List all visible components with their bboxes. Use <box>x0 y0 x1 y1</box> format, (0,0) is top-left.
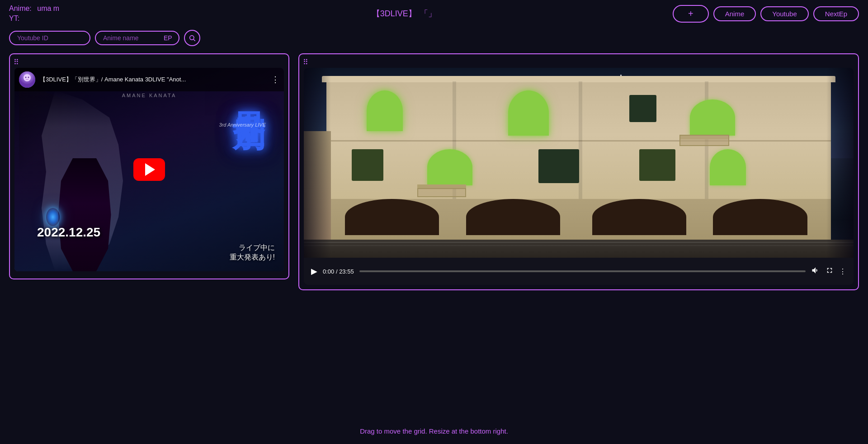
anime-value: uma m <box>37 5 59 12</box>
yt-play-button[interactable] <box>133 158 165 181</box>
cobble-line-2 <box>304 245 854 246</box>
more-options-button[interactable]: ⋮ <box>839 267 846 276</box>
arch-window-mid-2 <box>710 149 746 185</box>
anime-name-ep-wrapper: EP <box>95 31 179 45</box>
yt-content: 【3DLIVE】「別世界」/ Amane Kanata 3DLIVE "Anot… <box>14 68 284 271</box>
center-tag1: 【3DLIVE】 <box>372 8 416 19</box>
arch-window-balcony <box>690 99 735 136</box>
anime-button[interactable]: Anime <box>713 6 756 21</box>
mid-window-dark-2 <box>538 149 579 183</box>
fullscreen-button[interactable] <box>826 266 834 276</box>
youtube-id-input[interactable] <box>9 31 90 45</box>
mid-window-dark-3 <box>639 149 675 181</box>
rect-window-dark-1 <box>629 95 656 122</box>
svg-point-3 <box>24 74 31 81</box>
video-player[interactable]: ▶ 0:00 / 23:55 ⋮ <box>304 68 854 285</box>
header-info: Anime: uma m YT: <box>9 5 136 23</box>
search-icon <box>189 34 196 42</box>
svg-point-4 <box>25 77 27 78</box>
balcony-front <box>679 135 729 146</box>
nextep-button[interactable]: NextEp <box>813 6 859 21</box>
balcony-mid-top <box>417 184 466 188</box>
search-button[interactable] <box>184 30 200 46</box>
right-vignette <box>826 68 854 258</box>
announcement-text: ライブ中に重大発表あり! <box>230 243 275 262</box>
anime-label-row: Anime: uma m <box>9 5 136 13</box>
arch-window-top-2 <box>508 90 549 136</box>
anime-label: Anime: <box>9 5 32 12</box>
youtube-button[interactable]: Youtube <box>760 6 809 21</box>
left-panel-handle[interactable]: ⠿ <box>14 58 19 66</box>
bottom-hint: Drag to move the grid. Resize at the bot… <box>360 427 508 435</box>
right-panel-handle[interactable]: ⠿ <box>303 58 308 66</box>
yt-title-bar: 【3DLIVE】「別世界」/ Amane Kanata 3DLIVE "Anot… <box>14 68 284 91</box>
arch-3 <box>592 199 687 235</box>
arch-window-mid-1 <box>427 149 472 185</box>
add-button[interactable]: + <box>673 5 709 23</box>
yt-menu-icon[interactable]: ⋮ <box>271 75 279 85</box>
svg-line-1 <box>193 39 195 41</box>
main-area: ⠿ <box>0 49 868 295</box>
ep-label: EP <box>164 32 179 44</box>
arch-1 <box>345 199 439 235</box>
header-buttons: + Anime Youtube NextEp <box>673 5 859 23</box>
left-vignette <box>304 68 331 258</box>
yt-label-row: YT: <box>9 14 136 23</box>
play-triangle-icon <box>145 163 155 176</box>
search-row: EP <box>0 27 868 49</box>
anime-name-input[interactable] <box>96 32 164 44</box>
yt-title-text: 【3DLIVE】「別世界」/ Amane Kanata 3DLIVE "Anot… <box>40 76 267 84</box>
date-text: 2022.12.25 <box>37 225 100 240</box>
yt-thumbnail[interactable]: 【3DLIVE】「別世界」/ Amane Kanata 3DLIVE "Anot… <box>14 68 284 271</box>
yt-avatar <box>19 71 35 88</box>
center-tag2: 「」 <box>420 8 436 19</box>
arch-window-top-1 <box>367 90 403 131</box>
header-center: 【3DLIVE】 「」 <box>140 8 668 19</box>
right-panel: ⠿ <box>298 53 859 290</box>
video-scene <box>304 68 854 258</box>
left-panel: ⠿ <box>9 53 289 279</box>
anniversary-badge: 3rd Anniversary LIVE <box>219 122 266 128</box>
progress-bar[interactable] <box>359 270 806 272</box>
header: Anime: uma m YT: 【3DLIVE】 「」 + Anime You… <box>0 0 868 27</box>
play-button[interactable]: ▶ <box>311 266 317 276</box>
video-controls: ▶ 0:00 / 23:55 ⋮ <box>304 258 854 285</box>
mid-window-dark-1 <box>352 149 383 181</box>
volume-button[interactable] <box>811 266 820 277</box>
cobble-line-1 <box>304 242 854 243</box>
svg-point-5 <box>28 77 29 78</box>
svg-point-0 <box>189 36 193 40</box>
arch-2 <box>466 199 561 235</box>
arch-4 <box>713 199 807 235</box>
yt-label: YT: <box>9 14 19 22</box>
building-facade <box>326 81 831 258</box>
artist-name: AMANE KANATA <box>122 93 177 98</box>
ground <box>304 240 854 258</box>
balcony-mid-front <box>417 188 466 197</box>
time-display: 0:00 / 23:55 <box>323 268 354 275</box>
